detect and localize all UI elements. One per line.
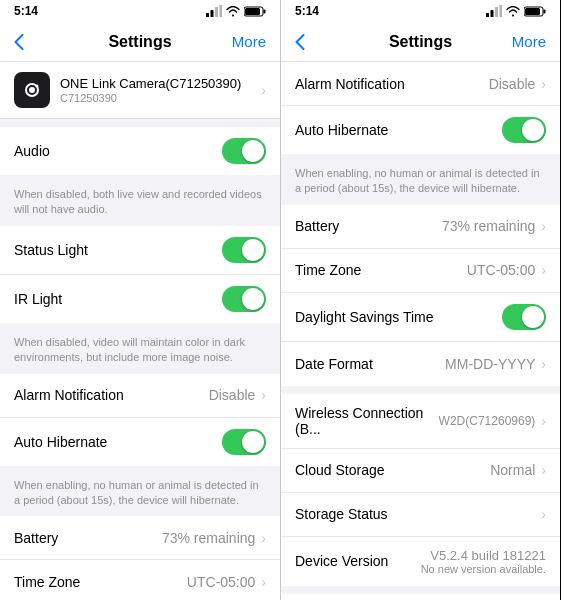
date-format-value: MM-DD-YYYY	[445, 356, 535, 372]
wireless-value: W2D(C71260969)	[439, 414, 536, 428]
device-version-row[interactable]: Device Version V5.2.4 build 181221 No ne…	[281, 537, 560, 586]
dst-row-r[interactable]: Daylight Savings Time	[281, 293, 560, 342]
back-chevron-right	[295, 34, 305, 50]
timezone-row-r[interactable]: Time Zone UTC-05:00 ›	[281, 249, 560, 293]
signal-icon-left	[206, 5, 222, 17]
audio-section: Audio	[0, 127, 280, 175]
device-version-info: V5.2.4 build 181221 No new version avail…	[421, 548, 546, 575]
timezone-chevron-r: ›	[541, 262, 546, 278]
time-right: 5:14	[295, 4, 319, 18]
alarm-chevron: ›	[261, 387, 266, 403]
nav-bar-right: Settings More	[281, 22, 560, 62]
lights-section: Status Light IR Light	[0, 226, 280, 323]
version-line1: V5.2.4 build 181221	[421, 548, 546, 563]
timezone-row[interactable]: Time Zone UTC-05:00 ›	[0, 560, 280, 600]
timezone-chevron: ›	[261, 574, 266, 590]
auto-hibernate-row[interactable]: Auto Hibernate	[0, 418, 280, 466]
wireless-label: Wireless Connection (B...	[295, 405, 439, 437]
back-button-left[interactable]	[14, 34, 26, 50]
date-format-row[interactable]: Date Format MM-DD-YYYY ›	[281, 342, 560, 386]
ir-light-toggle[interactable]	[222, 286, 266, 312]
alarm-section-r: Alarm Notification Disable › Auto Hibern…	[281, 62, 560, 154]
device-info: ONE Link Camera(C71250390) C71250390	[60, 76, 261, 104]
nav-bar-left: Settings More	[0, 22, 280, 62]
status-light-row[interactable]: Status Light	[0, 226, 280, 275]
auto-hibernate-label: Auto Hibernate	[14, 434, 222, 450]
connectivity-section: Wireless Connection (B... W2D(C71260969)…	[281, 394, 560, 586]
more-button-right[interactable]: More	[512, 33, 546, 50]
battery-row[interactable]: Battery 73% remaining ›	[0, 516, 280, 560]
device-icon	[14, 72, 50, 108]
hibernate-desc: When enabling, no human or animal is det…	[0, 474, 280, 517]
ir-desc: When disabled, video will maintain color…	[0, 331, 280, 374]
device-name: ONE Link Camera(C71250390)	[60, 76, 261, 91]
ir-light-label: IR Light	[14, 291, 222, 307]
status-icons-right	[486, 5, 546, 17]
svg-point-9	[36, 85, 39, 88]
battery-icon-right	[524, 6, 546, 17]
ir-light-row[interactable]: IR Light	[0, 275, 280, 323]
status-light-label: Status Light	[14, 242, 222, 258]
alarm-section: Alarm Notification Disable › Auto Hibern…	[0, 374, 280, 466]
device-row[interactable]: ONE Link Camera(C71250390) C71250390 ›	[0, 62, 280, 119]
camera-icon	[22, 80, 42, 100]
date-format-chevron: ›	[541, 356, 546, 372]
device-id: C71250390	[60, 92, 261, 104]
svg-rect-16	[525, 8, 540, 15]
storage-status-row[interactable]: Storage Status ›	[281, 493, 560, 537]
alarm-notification-row-r[interactable]: Alarm Notification Disable ›	[281, 62, 560, 106]
timezone-value-r: UTC-05:00	[467, 262, 535, 278]
svg-rect-12	[495, 7, 498, 17]
image-encryption-row[interactable]: Image Encryption	[281, 594, 560, 600]
timezone-label: Time Zone	[14, 574, 187, 590]
back-button-right[interactable]	[295, 34, 307, 50]
auto-hibernate-toggle-r[interactable]	[502, 117, 546, 143]
auto-hibernate-toggle[interactable]	[222, 429, 266, 455]
svg-rect-1	[211, 10, 214, 17]
alarm-notification-row[interactable]: Alarm Notification Disable ›	[0, 374, 280, 418]
alarm-notification-label: Alarm Notification	[14, 387, 209, 403]
scroll-content-left[interactable]: ONE Link Camera(C71250390) C71250390 › A…	[0, 62, 280, 600]
svg-rect-0	[206, 13, 209, 17]
nav-title-right: Settings	[389, 33, 452, 51]
battery-section-r: Battery 73% remaining › Time Zone UTC-05…	[281, 205, 560, 386]
battery-section: Battery 73% remaining › Time Zone UTC-05…	[0, 516, 280, 600]
wireless-row[interactable]: Wireless Connection (B... W2D(C71260969)…	[281, 394, 560, 449]
nav-title-left: Settings	[108, 33, 171, 51]
alarm-chevron-r: ›	[541, 76, 546, 92]
svg-rect-2	[215, 7, 218, 17]
back-chevron-left	[14, 34, 24, 50]
time-left: 5:14	[14, 4, 38, 18]
cloud-storage-row[interactable]: Cloud Storage Normal ›	[281, 449, 560, 493]
status-light-toggle[interactable]	[222, 237, 266, 263]
hibernate-desc-r: When enabling, no human or animal is det…	[281, 162, 560, 205]
battery-value-r: 73% remaining	[442, 218, 535, 234]
svg-rect-6	[245, 8, 260, 15]
alarm-notification-value-r: Disable	[489, 76, 536, 92]
status-bar-left: 5:14	[0, 0, 280, 22]
cloud-storage-label: Cloud Storage	[295, 462, 490, 478]
auto-hibernate-row-r[interactable]: Auto Hibernate	[281, 106, 560, 154]
storage-status-label: Storage Status	[295, 506, 541, 522]
device-chevron: ›	[261, 82, 266, 98]
status-icons-left	[206, 5, 266, 17]
audio-row[interactable]: Audio	[0, 127, 280, 175]
alarm-notification-label-r: Alarm Notification	[295, 76, 489, 92]
auto-hibernate-label-r: Auto Hibernate	[295, 122, 502, 138]
more-button-left[interactable]: More	[232, 33, 266, 50]
svg-rect-15	[544, 9, 546, 13]
version-line2: No new version available.	[421, 563, 546, 575]
battery-row-r[interactable]: Battery 73% remaining ›	[281, 205, 560, 249]
security-section: Image Encryption Change Password ›	[281, 594, 560, 600]
scroll-content-right[interactable]: Alarm Notification Disable › Auto Hibern…	[281, 62, 560, 600]
battery-chevron-r: ›	[541, 218, 546, 234]
audio-toggle[interactable]	[222, 138, 266, 164]
audio-desc: When disabled, both live view and record…	[0, 183, 280, 226]
dst-toggle-r[interactable]	[502, 304, 546, 330]
storage-status-chevron: ›	[541, 506, 546, 522]
svg-rect-13	[500, 5, 503, 17]
dst-label-r: Daylight Savings Time	[295, 309, 502, 325]
alarm-notification-value: Disable	[209, 387, 256, 403]
timezone-label-r: Time Zone	[295, 262, 467, 278]
battery-label-r: Battery	[295, 218, 442, 234]
